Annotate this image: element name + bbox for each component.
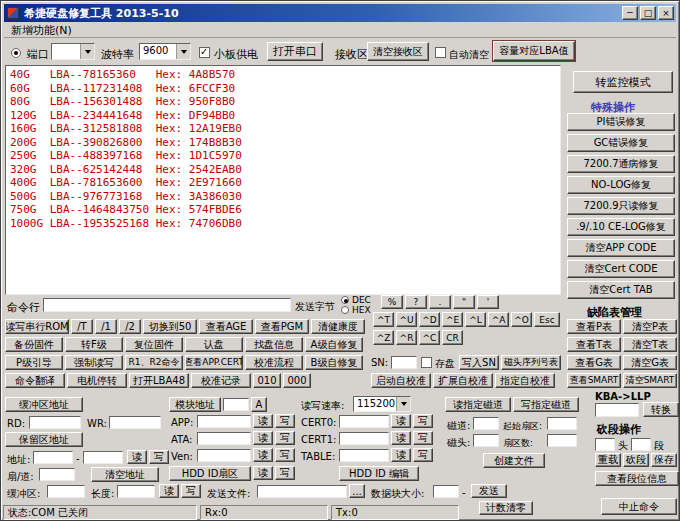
grid-button-b-selfrepair[interactable]: B级自修复	[305, 355, 363, 370]
keypad-key[interactable]: ^U	[396, 312, 417, 327]
special-op-button[interactable]: GC错误修复	[567, 134, 675, 152]
clear-p-list-button[interactable]: 清空P表	[623, 319, 677, 334]
buffer-input[interactable]	[47, 485, 85, 498]
grid-button-r1r2[interactable]: R1、R2命令	[125, 355, 183, 370]
read-button[interactable]: 读	[391, 414, 411, 428]
track-input[interactable]	[473, 417, 499, 430]
grid-button-reset-fw[interactable]: 复位固件	[125, 337, 183, 352]
special-op-button[interactable]: 清空Cert CODE	[567, 260, 675, 278]
title-bar[interactable]: 希捷硬盘修复工具 2013-5-10 ─ □ ×	[4, 4, 676, 22]
keypad-key[interactable]: ^A	[488, 312, 509, 327]
view-smart-button[interactable]: 查看SMART	[567, 373, 621, 388]
special-op-button[interactable]: 7200.7通病修复	[567, 155, 675, 173]
read-track-button[interactable]: 读指定磁道	[445, 397, 511, 412]
keypad-key[interactable]: '	[477, 295, 499, 309]
command-line-input[interactable]	[43, 298, 291, 312]
kba-llp-input[interactable]	[595, 403, 639, 417]
view-g-list-button[interactable]: 查看G表	[567, 355, 621, 370]
write-button[interactable]: 写	[181, 484, 201, 498]
app-input[interactable]	[197, 415, 251, 428]
keypad-key-esc[interactable]: Esc	[534, 312, 560, 327]
special-op-button[interactable]: 清空APP CODE	[567, 239, 675, 257]
keypad-key[interactable]: ^R	[396, 330, 417, 345]
reserved-addr-button[interactable]: 保留区地址	[5, 432, 83, 447]
rw-speed-select[interactable]: 115200	[353, 396, 411, 412]
grid-button-force-rw[interactable]: 强制读写	[65, 355, 123, 370]
minimize-button[interactable]: ─	[622, 6, 638, 20]
keypad-key-cr[interactable]: CR	[442, 330, 463, 345]
serial-mode-radio[interactable]	[11, 48, 21, 58]
table-input[interactable]	[339, 449, 389, 462]
special-op-button[interactable]: NO-LOG修复	[567, 176, 675, 194]
capacity-lba-button[interactable]: 容量对应LBA值	[493, 41, 575, 61]
grid-button-cal-flow[interactable]: 校准流程	[245, 355, 303, 370]
counter-reset-button[interactable]: 计数清零	[479, 501, 533, 515]
dec-radio[interactable]	[341, 296, 349, 304]
grid-button-backup-fw[interactable]: 备份固件	[5, 337, 63, 352]
kba-convert-button[interactable]: 转换	[643, 402, 679, 417]
read-button[interactable]: 读	[253, 448, 273, 462]
grid-button-view-pgm[interactable]: 查看PGM	[255, 319, 309, 334]
keypad-key[interactable]: .	[429, 295, 451, 309]
auto-clear-checkbox[interactable]	[435, 47, 446, 58]
segment-cut-button[interactable]: 砍段	[623, 453, 649, 467]
send-file-input[interactable]	[257, 485, 347, 498]
read-button[interactable]: 读	[253, 431, 273, 445]
sector-count-input[interactable]	[547, 434, 577, 447]
grid-button-motor-stop[interactable]: 电机停转	[67, 373, 127, 388]
cert1-input[interactable]	[339, 432, 389, 445]
grid-button-010[interactable]: 010	[253, 373, 281, 388]
grid-button-to-f-level[interactable]: 转F级	[65, 337, 123, 352]
module-a-button[interactable]: A	[251, 397, 267, 412]
segment-head-input[interactable]	[595, 438, 615, 451]
clear-receive-button[interactable]: 清空接收区	[367, 42, 429, 61]
special-op-button[interactable]: 7200.9只读修复	[567, 197, 675, 215]
grid-button-identify[interactable]: 认盘	[185, 337, 243, 352]
head-input[interactable]	[473, 434, 499, 447]
extended-selfcal-button[interactable]: 扩展自校准	[433, 373, 493, 388]
ven-input[interactable]	[197, 449, 251, 462]
write-button[interactable]: 写	[275, 431, 295, 445]
create-file-button[interactable]: 创建文件	[483, 453, 545, 468]
view-t-list-button[interactable]: 查看T表	[567, 337, 621, 352]
grid-button-000[interactable]: 000	[283, 373, 311, 388]
clear-t-list-button[interactable]: 清空T表	[623, 337, 677, 352]
keypad-key[interactable]: ^E	[442, 312, 463, 327]
special-op-button[interactable]: .9/.10 CE-LOG修复	[567, 218, 675, 236]
write-sn-button[interactable]: 写入SN	[459, 355, 499, 370]
open-serial-button[interactable]: 打开串口	[267, 42, 323, 61]
head-serial-table-button[interactable]: 磁头序列号表	[501, 355, 561, 370]
write-button[interactable]: 写	[413, 431, 433, 445]
grid-button-disk-info[interactable]: 找盘信息	[245, 337, 303, 352]
targeted-selfcal-button[interactable]: 指定自校准	[495, 373, 555, 388]
keypad-key[interactable]: %	[381, 295, 403, 309]
wr-input[interactable]	[109, 416, 161, 429]
write-button[interactable]: 写	[275, 466, 295, 480]
clear-addr-button[interactable]: 清空地址	[91, 467, 159, 482]
rd-input[interactable]	[29, 416, 81, 429]
keypad-key[interactable]: ^C	[419, 330, 440, 345]
keypad-key[interactable]: ^O	[511, 312, 532, 327]
grid-button-cal-record[interactable]: 校准记录	[191, 373, 251, 388]
start-sector-input[interactable]	[547, 417, 577, 430]
buffer-addr-button[interactable]: 缓冲区地址	[5, 397, 83, 412]
view-p-list-button[interactable]: 查看P表	[567, 319, 621, 334]
grid-button-cmd-translate[interactable]: 命令翻译	[5, 373, 65, 388]
clear-smart-button[interactable]: 清空SMART	[623, 373, 677, 388]
maximize-button[interactable]: □	[640, 6, 656, 20]
write-button[interactable]: 写	[275, 448, 295, 462]
hdd-id-edit-button[interactable]: HDD ID 编辑	[339, 466, 419, 481]
grid-button-t[interactable]: /T	[71, 319, 93, 334]
clear-g-list-button[interactable]: 清空G表	[623, 355, 677, 370]
sn-save-checkbox[interactable]	[421, 357, 432, 368]
module-addr-button[interactable]: 模块地址	[169, 397, 221, 412]
write-button[interactable]: 写	[413, 414, 433, 428]
write-button[interactable]: 写	[275, 414, 295, 428]
read-button[interactable]: 读	[391, 448, 411, 462]
grid-button-clear-health[interactable]: 清健康度	[311, 319, 365, 334]
grid-button-view-app-cert[interactable]: 查看APP.CERT	[185, 355, 243, 370]
view-segment-info-button[interactable]: 查看段位信息	[595, 471, 679, 486]
baud-select[interactable]: 9600	[139, 43, 191, 60]
addr-end-input[interactable]	[83, 451, 123, 464]
browse-button[interactable]: ...	[349, 484, 365, 498]
